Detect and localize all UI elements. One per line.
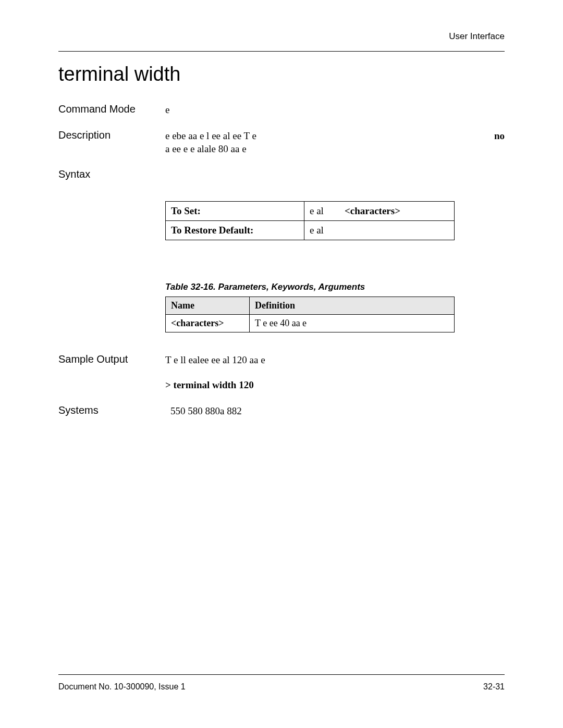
description-label: Description <box>58 129 165 141</box>
page-title: terminal width <box>58 63 505 85</box>
param-table-header-row: Name Definition <box>166 297 455 314</box>
command-mode-value: e <box>165 103 505 117</box>
syntax-restore-cmd: e al <box>310 225 324 236</box>
param-table: Name Definition <characters> T e ee 40 a… <box>165 297 455 332</box>
sample-output-label: Sample Output <box>58 353 165 365</box>
syntax-set-value: e al <characters> <box>304 201 455 220</box>
description-row: Description e ebe aa e l ee al ee T e no… <box>58 129 505 156</box>
param-table-row: <characters> T e ee 40 aa e <box>166 314 455 332</box>
sample-output-text: T e ll ealee ee al 120 aa e <box>165 353 505 367</box>
sample-output-command: > terminal width 120 <box>165 379 505 391</box>
command-mode-row: Command Mode e <box>58 103 505 117</box>
param-name: <characters> <box>166 314 250 332</box>
description-value: e ebe aa e l ee al ee T e no a ee e e al… <box>165 129 505 156</box>
sample-output-row: Sample Output T e ll ealee ee al 120 aa … <box>58 353 505 367</box>
systems-value: 550 580 880a 882 <box>165 404 505 418</box>
syntax-set-arg: <characters> <box>345 205 400 217</box>
description-line2: a ee e e alale 80 aa e <box>165 142 505 156</box>
param-table-caption: Table 32-16. Parameters, Keywords, Argum… <box>165 282 505 292</box>
param-definition: T e ee 40 aa e <box>250 314 455 332</box>
footer-left: Document No. 10-300090, Issue 1 <box>58 682 186 692</box>
syntax-restore-label: To Restore Default: <box>166 220 304 240</box>
syntax-row-set: To Set: e al <characters> <box>166 201 455 220</box>
header-section: User Interface <box>58 31 505 51</box>
syntax-restore-value: e al <box>304 220 455 240</box>
syntax-set-label: To Set: <box>166 201 304 220</box>
document-page: User Interface terminal width Command Mo… <box>0 0 563 728</box>
footer-right: 32-31 <box>483 682 505 692</box>
param-table-header-definition: Definition <box>250 297 455 314</box>
syntax-table: To Set: e al <characters> To Restore Def… <box>165 201 455 240</box>
syntax-row-restore: To Restore Default: e al <box>166 220 455 240</box>
syntax-row: Syntax <box>58 168 505 180</box>
syntax-set-cmd: e al <box>310 205 324 217</box>
command-mode-label: Command Mode <box>58 103 165 115</box>
page-footer: Document No. 10-300090, Issue 1 32-31 <box>58 674 505 692</box>
header-rule <box>58 51 505 52</box>
systems-label: Systems <box>58 404 165 416</box>
description-no-keyword: no <box>494 129 505 143</box>
syntax-label: Syntax <box>58 168 165 180</box>
description-line1: e ebe aa e l ee al ee T e <box>165 129 256 143</box>
param-table-header-name: Name <box>166 297 250 314</box>
systems-row: Systems 550 580 880a 882 <box>58 404 505 418</box>
